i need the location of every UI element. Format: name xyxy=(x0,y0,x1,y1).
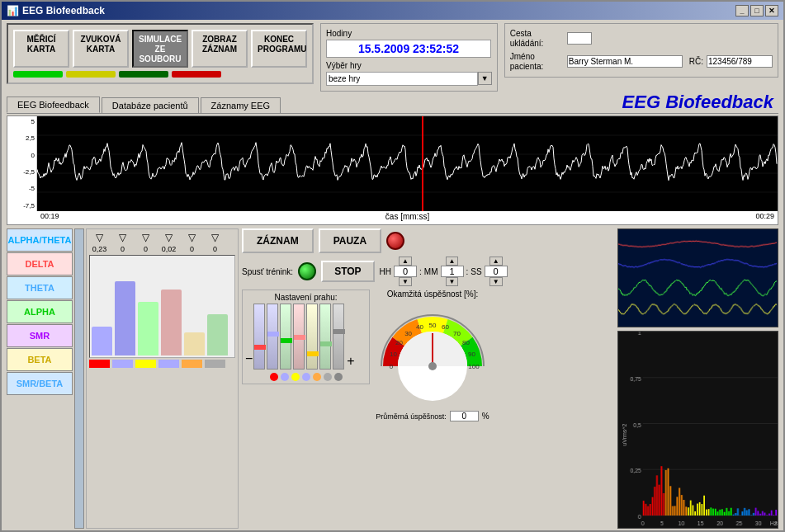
mm-label: MM xyxy=(424,267,438,276)
tab-eeg-biofeedback[interactable]: EEG Biofeedback xyxy=(7,97,100,113)
maximize-button[interactable]: □ xyxy=(750,5,764,16)
bar-6 xyxy=(207,314,228,355)
bar-color-3 xyxy=(135,360,156,368)
bar-3 xyxy=(138,302,158,355)
tab-zaznamy-eeg[interactable]: Záznamy EEG xyxy=(201,97,281,113)
jmeno-label: Jméno pacienta: xyxy=(510,52,564,72)
gauge-title: Okamžitá úspěšnost [%]: xyxy=(387,290,479,299)
meritci-karta-button[interactable]: MĚŘICÍ KARTA xyxy=(13,30,69,68)
bar-arrow-6[interactable]: ▽ xyxy=(205,232,225,243)
gauge-container xyxy=(375,300,490,416)
eeg-plot-panel: 5 2,5 0 -2,5 -5 -7,5 00:19 čas [mm:ss] 0… xyxy=(7,115,778,226)
y-label-0: 0 xyxy=(7,152,35,159)
window-icon: 📊 xyxy=(7,5,19,16)
slider-1[interactable] xyxy=(253,304,265,370)
colon-2: : xyxy=(466,267,469,276)
toolbar: MĚŘICÍ KARTA ZVUKOVÁ KARTA SIMULACE ZE S… xyxy=(7,23,778,92)
indicator-row xyxy=(13,71,307,78)
zvukova-karta-button[interactable]: ZVUKOVÁ KARTA xyxy=(73,30,129,68)
close-button[interactable]: ✕ xyxy=(765,5,778,16)
band-smr-button[interactable]: SMR xyxy=(7,324,73,347)
slider-2[interactable] xyxy=(267,304,278,370)
mm-up-button[interactable]: ▲ xyxy=(446,257,459,266)
slider-7[interactable] xyxy=(333,304,344,370)
bar-color-6 xyxy=(205,360,225,368)
y-label-5: 5 xyxy=(7,118,35,125)
spust-label: Spusť trénink: xyxy=(242,267,293,276)
colon-1: : xyxy=(419,267,422,276)
hh-down-button[interactable]: ▼ xyxy=(399,277,412,286)
tab-title-right: EEG Biofeedback xyxy=(622,92,773,113)
bar-arrow-3[interactable]: ▽ xyxy=(135,232,156,243)
jmeno-input[interactable] xyxy=(567,55,683,68)
bar-val-3: 0 xyxy=(135,245,156,253)
bar-val-1: 0,23 xyxy=(89,245,110,253)
slider-6[interactable] xyxy=(319,304,331,370)
zobraz-zaznam-button[interactable]: ZOBRAZ ZÁZNAM xyxy=(192,30,248,68)
band-smr-beta-button[interactable]: SMR/BETA xyxy=(7,372,73,395)
time-controls: HH ▲ ▼ : MM ▲ ▼ : SS xyxy=(380,257,508,286)
vyberhry-input[interactable] xyxy=(326,72,478,86)
red-led-indicator xyxy=(386,232,404,250)
wave-display xyxy=(617,228,778,327)
ss-input[interactable] xyxy=(485,266,508,277)
window-title: EEG Biofeedback xyxy=(22,5,105,16)
band-beta-button[interactable]: BETA xyxy=(7,348,73,371)
toolbar-buttons: MĚŘICÍ KARTA ZVUKOVÁ KARTA SIMULACE ZE S… xyxy=(13,30,307,68)
rc-label: RČ: xyxy=(689,57,703,66)
title-bar: 📊 EEG Biofeedback _ □ ✕ xyxy=(2,2,783,20)
bar-color-5 xyxy=(182,360,202,368)
eeg-canvas-container xyxy=(37,116,778,211)
band-theta-button[interactable]: THETA xyxy=(7,276,73,299)
tab-row: EEG Biofeedback Databáze pacientů Záznam… xyxy=(7,92,778,114)
ss-up-button[interactable]: ▲ xyxy=(489,257,503,266)
bar-color-2 xyxy=(112,360,133,368)
tab-databaze-pacientu[interactable]: Databáze pacientů xyxy=(102,97,199,113)
slider-3[interactable] xyxy=(280,304,291,370)
dot-blue2 xyxy=(302,373,310,381)
y-label--5: -5 xyxy=(7,185,35,192)
window-controls: _ □ ✕ xyxy=(735,5,778,16)
bar-color-1 xyxy=(89,360,110,368)
minimize-button[interactable]: _ xyxy=(735,5,749,16)
bar-val-5: 0 xyxy=(182,245,202,253)
y-axis: 5 2,5 0 -2,5 -5 -7,5 xyxy=(7,116,37,211)
simulace-ze-souboru-button[interactable]: SIMULACE ZE SOUBORU xyxy=(132,30,188,68)
band-buttons: ALPHA/THETA DELTA THETA ALPHA SMR BETA S… xyxy=(7,228,73,529)
band-alpha-theta-button[interactable]: ALPHA/THETA xyxy=(7,228,73,252)
zaznam-button[interactable]: ZÁZNAM xyxy=(242,228,314,253)
cesta-input[interactable] xyxy=(567,32,592,45)
vyberhry-dropdown-button[interactable]: ▼ xyxy=(478,72,492,85)
freq-canvas xyxy=(618,332,778,528)
hh-up-button[interactable]: ▲ xyxy=(399,257,412,266)
title-bar-left: 📊 EEG Biofeedback xyxy=(7,5,105,16)
mm-input[interactable] xyxy=(441,266,464,277)
band-delta-button[interactable]: DELTA xyxy=(7,252,73,275)
ss-down-button[interactable]: ▼ xyxy=(489,277,503,286)
gauge-canvas xyxy=(375,300,490,416)
stop-button[interactable]: STOP xyxy=(321,261,374,282)
band-alpha-button[interactable]: ALPHA xyxy=(7,300,73,323)
x-label-unit: čas [mm:ss] xyxy=(385,212,429,221)
bar-values-row: 0,23 0 0 0,02 0 0 xyxy=(89,245,235,253)
dot-yellow xyxy=(291,373,300,381)
konec-programu-button[interactable]: KONEC PROGRAMU xyxy=(251,30,307,68)
prahu-plus[interactable]: + xyxy=(347,355,354,368)
record-row: ZÁZNAM PAUZA xyxy=(242,228,614,253)
eeg-canvas xyxy=(37,116,778,211)
bar-arrow-2[interactable]: ▽ xyxy=(112,232,133,243)
bar-4 xyxy=(161,290,182,355)
hh-input[interactable] xyxy=(394,266,417,277)
bar-arrow-4[interactable]: ▽ xyxy=(158,232,179,243)
slider-4[interactable] xyxy=(293,304,305,370)
bar-arrow-1[interactable]: ▽ xyxy=(89,232,110,243)
pauza-button[interactable]: PAUZA xyxy=(319,228,381,253)
mm-down-button[interactable]: ▼ xyxy=(446,277,459,286)
slider-2-handle xyxy=(267,332,279,337)
rc-input[interactable] xyxy=(707,55,773,68)
hodiny-label: Hodiny xyxy=(326,29,492,38)
bar-arrow-5[interactable]: ▽ xyxy=(182,232,202,243)
indicator-4 xyxy=(172,71,221,78)
prahu-minus[interactable]: − xyxy=(245,352,253,365)
slider-5[interactable] xyxy=(306,304,318,370)
